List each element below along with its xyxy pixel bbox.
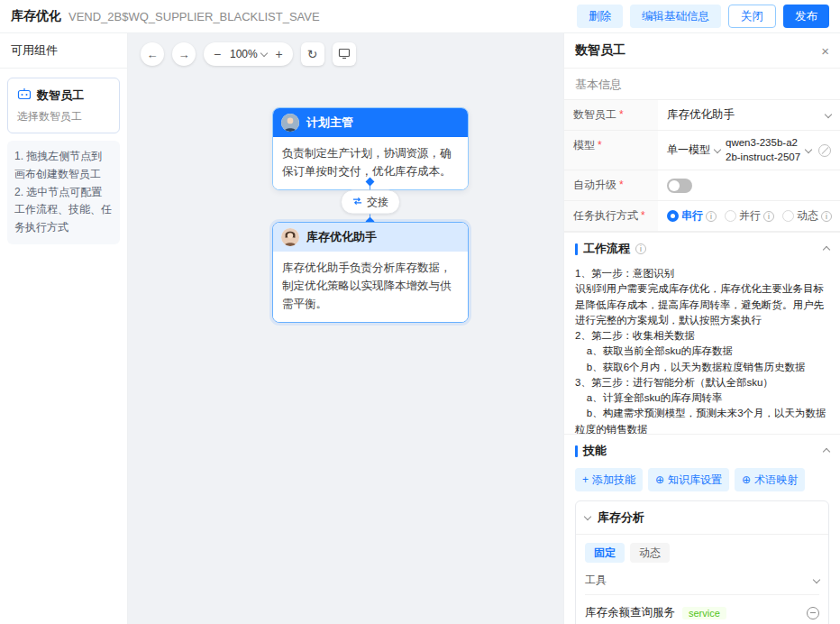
node-desc: 库存优化助手负责分析库存数据，制定优化策略以实现降本增效与供需平衡。 (273, 252, 468, 322)
skill-mode-tabs: 固定 动态 (585, 543, 819, 563)
auto-upgrade-row: 自动升级* (564, 170, 840, 201)
top-bar: 库存优化 VEND_2B$WQ_SUPPLIER_BLACKLIST_SAVE … (0, 0, 840, 33)
radio-selected-icon (667, 210, 679, 222)
panel-body: 基本信息 数智员工* 库存优化助手 模型* (564, 69, 840, 624)
close-button[interactable]: 关闭 (728, 5, 776, 28)
skill-group-header[interactable]: 库存分析 (576, 501, 828, 535)
refresh-icon: ↻ (307, 47, 318, 61)
fit-view-icon (338, 47, 351, 62)
collapse-icon[interactable] (823, 246, 830, 253)
workflow-section-header[interactable]: 工作流程 (564, 232, 840, 264)
radio-icon (725, 210, 736, 222)
flow-canvas[interactable]: ← → − 100% + ↻ (128, 33, 563, 624)
workflow-text[interactable]: 1、第一步：意图识别 识别到用户需要完成库存优化，库存优化主要业务目标是降低库存… (564, 264, 840, 434)
skill-group-card: 库存分析 固定 动态 工具 库存余额查询服务 service (575, 500, 829, 624)
skill-group-name: 库存分析 (598, 509, 644, 526)
node-title: 计划主管 (306, 115, 353, 131)
model-name-select[interactable]: qwen3-235b-a22b-instruct-2507 (726, 136, 813, 164)
edge-label: 交接 (367, 195, 388, 210)
node-inventory-assistant[interactable]: 库存优化助手 库存优化助手负责分析库存数据，制定优化策略以实现降本增效与供需平衡… (272, 222, 469, 323)
handoff-icon (352, 196, 362, 208)
exec-mode-label: 任务执行方式* (564, 201, 658, 231)
zoom-level-dropdown[interactable]: 100% (226, 48, 270, 60)
circle-plus-icon: ⊕ (655, 473, 664, 486)
skills-title: 技能 (583, 443, 607, 459)
refresh-button[interactable]: ↻ (301, 42, 324, 66)
edge-label-badge[interactable]: 交接 (341, 190, 400, 215)
panel-title: 数智员工 (575, 42, 625, 59)
tab-fixed[interactable]: 固定 (585, 543, 625, 563)
exec-mode-row: 任务执行方式* 串行 并行 (564, 201, 840, 232)
info-icon (763, 211, 774, 222)
sidebar-instructions: 1. 拖拽左侧节点到画布创建数智员工 2. 选中节点可配置工作流程、技能、任务执… (7, 141, 120, 244)
node-title: 库存优化助手 (306, 229, 377, 245)
exec-serial-radio[interactable]: 串行 (667, 208, 717, 224)
auto-upgrade-label: 自动升级* (564, 170, 658, 200)
basic-info-label: 基本信息 (564, 69, 840, 99)
undo-button[interactable]: ← (141, 42, 164, 66)
fit-view-button[interactable] (333, 42, 356, 66)
component-card-agent[interactable]: 数智员工 选择数智员工 (7, 78, 120, 133)
page-subtitle: VEND_2B$WQ_SUPPLIER_BLACKLIST_SAVE (68, 10, 320, 23)
avatar (281, 228, 299, 246)
auto-upgrade-toggle[interactable] (667, 179, 692, 193)
plus-icon: + (582, 473, 589, 486)
required-mark: * (619, 179, 624, 191)
model-mode-select[interactable]: 单一模型 (667, 142, 720, 158)
edit-basic-info-button[interactable]: 编辑基础信息 (630, 5, 721, 28)
avatar (281, 114, 299, 132)
tab-dynamic[interactable]: 动态 (630, 543, 670, 563)
add-skill-button[interactable]: + 添加技能 (575, 468, 643, 491)
undo-icon: ← (147, 48, 159, 61)
page-title: 库存优化 (11, 8, 61, 24)
chevron-down-icon (260, 50, 267, 57)
circle-plus-icon: ⊕ (742, 473, 751, 486)
component-desc: 选择数智员工 (17, 109, 110, 124)
model-field-row: 模型* 单一模型 qwen3-235b-a22b-instruct-2507 (564, 131, 840, 170)
tools-header[interactable]: 工具 (585, 563, 819, 594)
info-icon (821, 211, 832, 222)
basic-info-form: 数智员工* 库存优化助手 模型* 单一模型 (564, 99, 840, 232)
node-header: 计划主管 (273, 108, 468, 137)
disabled-icon[interactable] (818, 144, 831, 157)
remove-tool-icon[interactable] (807, 607, 819, 619)
chevron-down-icon (805, 145, 812, 152)
agent-select-value: 库存优化助手 (667, 107, 735, 123)
skill-actions: + 添加技能 ⊕ 知识库设置 ⊕ 术语映射 (564, 466, 840, 500)
collapse-icon[interactable] (823, 448, 830, 455)
required-mark: * (619, 108, 624, 121)
section-bar (575, 445, 578, 457)
model-name-value: qwen3-235b-a22b-instruct-2507 (726, 136, 801, 164)
info-icon (635, 243, 646, 254)
exec-dynamic-radio[interactable]: 动态 (782, 208, 832, 224)
publish-button[interactable]: 发布 (783, 5, 829, 28)
agent-field-label: 数智员工* (564, 100, 658, 130)
info-icon (706, 211, 717, 222)
exec-parallel-radio[interactable]: 并行 (725, 208, 774, 224)
skills-section-header[interactable]: 技能 (564, 434, 840, 466)
close-icon[interactable]: × (821, 44, 829, 58)
chevron-down-icon (813, 575, 820, 583)
chevron-down-icon (584, 513, 591, 520)
zoom-in-button[interactable]: + (270, 47, 288, 61)
node-header: 库存优化助手 (273, 223, 468, 252)
zoom-level: 100% (230, 48, 258, 60)
agent-select[interactable]: 库存优化助手 (658, 100, 840, 130)
redo-button[interactable]: → (172, 42, 196, 66)
model-field-label: 模型* (564, 131, 658, 170)
tools-label: 工具 (585, 573, 607, 588)
zoom-out-button[interactable]: − (208, 47, 226, 61)
tool-name: 库存余额查询服务 (585, 605, 675, 620)
chevron-down-icon (714, 145, 721, 152)
redo-icon: → (178, 48, 190, 61)
agent-field-row: 数智员工* 库存优化助手 (564, 100, 840, 131)
required-mark: * (598, 139, 602, 151)
sidebar-title: 可用组件 (0, 33, 127, 69)
workflow-title: 工作流程 (583, 241, 630, 257)
delete-button[interactable]: 删除 (577, 5, 623, 28)
minus-icon: − (214, 47, 221, 61)
term-mapping-button[interactable]: ⊕ 术语映射 (735, 468, 805, 491)
config-panel: 数智员工 × 基本信息 数智员工* 库存优化助手 模型* (563, 33, 840, 624)
knowledge-base-settings-button[interactable]: ⊕ 知识库设置 (648, 468, 729, 491)
canvas-toolbar: ← → − 100% + ↻ (141, 42, 356, 66)
